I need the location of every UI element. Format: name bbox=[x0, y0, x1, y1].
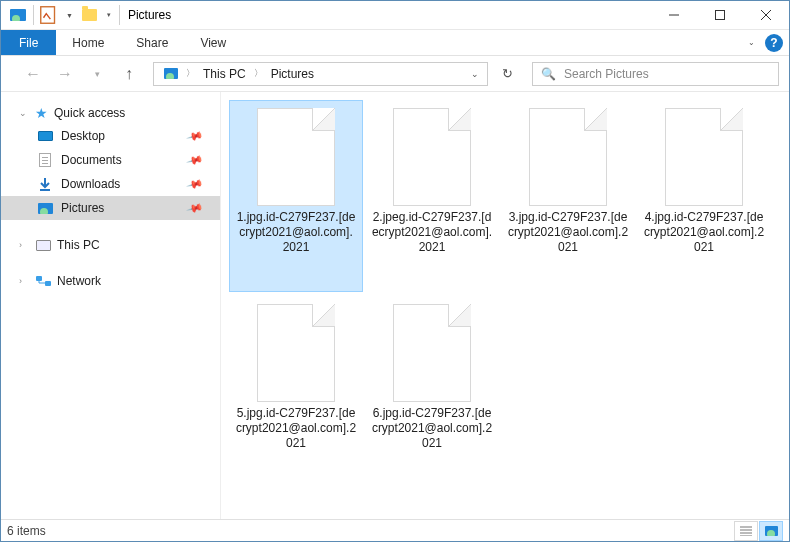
quick-access-toolbar: ▼ ▾ bbox=[1, 4, 122, 26]
tab-home[interactable]: Home bbox=[56, 30, 120, 55]
svg-rect-6 bbox=[36, 276, 42, 281]
file-icon bbox=[393, 304, 471, 402]
window-title: Pictures bbox=[122, 8, 171, 22]
recent-dropdown[interactable]: ▾ bbox=[83, 60, 111, 88]
sidebar-item-label: Desktop bbox=[61, 129, 105, 143]
sidebar-item-network[interactable]: › Network bbox=[19, 270, 220, 292]
search-placeholder: Search Pictures bbox=[564, 67, 649, 81]
breadcrumb[interactable]: 〉 This PC 〉 Pictures ⌄ bbox=[153, 62, 488, 86]
file-tab[interactable]: File bbox=[1, 30, 56, 55]
chevron-right-icon[interactable]: 〉 bbox=[184, 67, 197, 80]
tab-share[interactable]: Share bbox=[120, 30, 184, 55]
search-icon: 🔍 bbox=[541, 67, 556, 81]
large-icons-view-button[interactable] bbox=[759, 521, 783, 541]
breadcrumb-item[interactable]: Pictures bbox=[265, 67, 320, 81]
navigation-bar: ← → ▾ ↑ 〉 This PC 〉 Pictures ⌄ ↻ 🔍 Searc… bbox=[1, 56, 789, 92]
file-icon bbox=[393, 108, 471, 206]
caret-down-icon: ⌄ bbox=[19, 108, 29, 118]
file-label: 2.jpeg.id-C279F237.[decrypt2021@aol.com]… bbox=[365, 210, 499, 255]
properties-icon[interactable] bbox=[38, 4, 60, 26]
forward-button[interactable]: → bbox=[51, 60, 79, 88]
downloads-icon bbox=[37, 177, 53, 191]
breadcrumb-root-icon[interactable] bbox=[158, 68, 184, 79]
sidebar-item-quick-access[interactable]: ⌄ ★ Quick access bbox=[19, 102, 220, 124]
pin-icon: 📌 bbox=[186, 199, 205, 217]
file-item[interactable]: 2.jpeg.id-C279F237.[decrypt2021@aol.com]… bbox=[365, 100, 499, 292]
desktop-icon bbox=[37, 129, 53, 143]
sidebar-item-label: Quick access bbox=[54, 106, 125, 120]
qat-dropdown[interactable]: ▼ bbox=[62, 12, 77, 19]
file-item[interactable]: 5.jpg.id-C279F237.[decrypt2021@aol.com].… bbox=[229, 296, 363, 488]
sidebar-item-label: Downloads bbox=[61, 177, 120, 191]
pc-icon bbox=[35, 238, 51, 252]
caret-right-icon: › bbox=[19, 276, 29, 286]
up-button[interactable]: ↑ bbox=[115, 60, 143, 88]
ribbon: File Home Share View ⌄ ? bbox=[1, 30, 789, 56]
details-view-button[interactable] bbox=[734, 521, 758, 541]
file-item[interactable]: 3.jpg.id-C279F237.[decrypt2021@aol.com].… bbox=[501, 100, 635, 292]
file-item[interactable]: 1.jpg.id-C279F237.[decrypt2021@aol.com].… bbox=[229, 100, 363, 292]
file-label: 1.jpg.id-C279F237.[decrypt2021@aol.com].… bbox=[230, 210, 362, 255]
sidebar-item-pictures[interactable]: Pictures 📌 bbox=[1, 196, 220, 220]
file-icon bbox=[257, 108, 335, 206]
pictures-icon bbox=[37, 201, 53, 215]
separator bbox=[33, 5, 34, 25]
sidebar-item-label: Network bbox=[57, 274, 101, 288]
sidebar-item-documents[interactable]: Documents 📌 bbox=[19, 148, 220, 172]
file-item[interactable]: 6.jpg.id-C279F237.[decrypt2021@aol.com].… bbox=[365, 296, 499, 488]
file-icon bbox=[665, 108, 743, 206]
close-button[interactable] bbox=[743, 1, 789, 30]
caret-right-icon: › bbox=[19, 240, 29, 250]
sidebar-item-label: Documents bbox=[61, 153, 122, 167]
ribbon-collapse-icon[interactable]: ⌄ bbox=[739, 38, 763, 47]
file-item[interactable]: 4.jpg.id-C279F237.[decrypt2021@aol.com].… bbox=[637, 100, 771, 292]
file-label: 3.jpg.id-C279F237.[decrypt2021@aol.com].… bbox=[501, 210, 635, 255]
titlebar: ▼ ▾ Pictures bbox=[1, 1, 789, 30]
maximize-button[interactable] bbox=[697, 1, 743, 30]
qat-customize[interactable]: ▾ bbox=[103, 11, 115, 19]
file-icon bbox=[257, 304, 335, 402]
pin-icon: 📌 bbox=[186, 127, 205, 145]
breadcrumb-dropdown-icon[interactable]: ⌄ bbox=[471, 69, 479, 79]
sidebar-item-label: Pictures bbox=[61, 201, 104, 215]
app-icon bbox=[7, 4, 29, 26]
search-input[interactable]: 🔍 Search Pictures bbox=[532, 62, 779, 86]
pin-icon: 📌 bbox=[186, 151, 205, 169]
sidebar-item-label: This PC bbox=[57, 238, 100, 252]
sidebar-item-desktop[interactable]: Desktop 📌 bbox=[19, 124, 220, 148]
navigation-pane: ⌄ ★ Quick access Desktop 📌 Documents 📌 D… bbox=[1, 92, 221, 519]
file-label: 6.jpg.id-C279F237.[decrypt2021@aol.com].… bbox=[365, 406, 499, 451]
breadcrumb-item[interactable]: This PC bbox=[197, 67, 252, 81]
back-button[interactable]: ← bbox=[19, 60, 47, 88]
file-label: 5.jpg.id-C279F237.[decrypt2021@aol.com].… bbox=[229, 406, 363, 451]
tab-view[interactable]: View bbox=[184, 30, 242, 55]
help-icon[interactable]: ? bbox=[765, 34, 783, 52]
separator bbox=[119, 5, 120, 25]
file-label: 4.jpg.id-C279F237.[decrypt2021@aol.com].… bbox=[637, 210, 771, 255]
star-icon: ★ bbox=[35, 105, 48, 121]
window-controls bbox=[651, 1, 789, 30]
pin-icon: 📌 bbox=[186, 175, 205, 193]
sidebar-item-this-pc[interactable]: › This PC bbox=[19, 234, 220, 256]
item-count: 6 items bbox=[7, 524, 46, 538]
file-list[interactable]: 1.jpg.id-C279F237.[decrypt2021@aol.com].… bbox=[221, 92, 789, 519]
refresh-button[interactable]: ↻ bbox=[492, 66, 522, 81]
documents-icon bbox=[37, 153, 53, 167]
minimize-button[interactable] bbox=[651, 1, 697, 30]
network-icon bbox=[35, 274, 51, 288]
sidebar-item-downloads[interactable]: Downloads 📌 bbox=[19, 172, 220, 196]
status-bar: 6 items bbox=[1, 519, 789, 542]
svg-rect-2 bbox=[716, 11, 725, 20]
chevron-right-icon[interactable]: 〉 bbox=[252, 67, 265, 80]
file-icon bbox=[529, 108, 607, 206]
folder-icon[interactable] bbox=[79, 4, 101, 26]
